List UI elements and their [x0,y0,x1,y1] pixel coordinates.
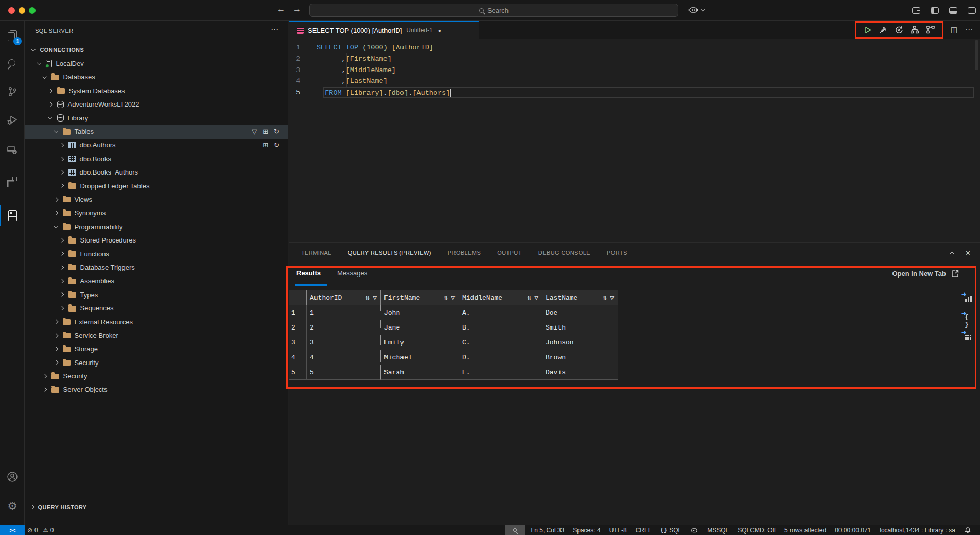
grid-cell[interactable]: 5 [307,365,381,380]
status-item-5-rows-affected[interactable]: 5 rows affected [782,525,829,535]
activity-remote-explorer-button[interactable] [0,139,25,162]
panel-tab-problems[interactable]: PROBLEMS [448,243,481,263]
panel-tab-debug-console[interactable]: DEBUG CONSOLE [538,243,590,263]
estimated-plan-button[interactable] [910,25,919,34]
change-connection-button[interactable] [894,25,903,34]
actual-plan-button[interactable] [926,25,935,34]
open-in-new-tab-button[interactable]: Open in New Tab [892,269,960,278]
status-item-0[interactable]: ⊘0 [25,525,41,535]
table-plus-icon[interactable]: ⊞ [262,128,268,135]
nav-forward-button[interactable]: → [293,5,301,14]
tree-item-security[interactable]: Security [25,356,288,369]
tree-item-server-objects[interactable]: Server Objects [25,383,288,396]
command-center-search[interactable]: Search [309,4,678,17]
toggle-secondary-sidebar-button[interactable] [968,7,976,14]
tree-item-types[interactable]: Types [25,288,288,301]
close-window-button[interactable] [8,7,15,14]
save-as-excel-button[interactable]: ➜ [964,331,973,340]
split-editor-button[interactable]: ◫ [951,25,958,34]
status-item-mssql[interactable]: MSSQL [705,525,731,535]
save-as-json-button[interactable]: ➜{ } [964,312,973,321]
sort-icon[interactable]: ⇅ [527,294,531,302]
grid-cell[interactable]: Doe [542,305,618,320]
grid-cell[interactable]: B. [459,320,542,335]
grid-cell[interactable]: John [381,305,459,320]
tree-item-synonyms[interactable]: Synonyms [25,206,288,220]
grid-cell[interactable]: 1 [307,305,381,320]
grid-cell[interactable]: Davis [542,365,618,380]
activity-search-button[interactable] [0,53,25,75]
table-edit-icon[interactable]: ⊞ [262,141,268,149]
status-item-sqlcmd-off[interactable]: SQLCMD: Off [735,525,778,535]
grid-row-number[interactable]: 1 [289,305,307,320]
tree-item-stored-procedures[interactable]: Stored Procedures [25,233,288,247]
grid-header-authorid[interactable]: AuthorID⇅▽ [307,290,381,305]
tree-item-adventureworkslt2022[interactable]: AdventureWorksLT2022 [25,98,288,111]
tree-item-security[interactable]: Security [25,369,288,383]
status-item-bell[interactable] [961,525,974,535]
sort-icon[interactable]: ⇅ [444,294,448,302]
remote-indicator[interactable]: >< [0,525,25,535]
query-history-section[interactable]: QUERY HISTORY [25,499,288,514]
panel-tab-ports[interactable]: PORTS [607,243,627,263]
filter-icon[interactable]: ▽ [534,294,538,302]
status-item-copilot[interactable] [688,525,701,535]
account-button[interactable] [0,465,25,488]
grid-cell[interactable]: Smith [542,320,618,335]
results-subtab-results[interactable]: Results [296,269,321,280]
status-item-localhost-1434-library-sa[interactable]: localhost,1434 : Library : sa [877,525,958,535]
filter-icon[interactable]: ▽ [373,294,377,302]
activity-run-debug-button[interactable] [0,109,25,131]
activity-sql-server-button[interactable] [0,204,25,227]
connect-icon[interactable] [879,26,887,34]
grid-cell[interactable]: Johnson [542,335,618,350]
tree-item-functions[interactable]: Functions [25,247,288,261]
grid-row-number[interactable]: 4 [289,350,307,365]
panel-tab-output[interactable]: OUTPUT [497,243,522,263]
activity-explorer-button[interactable]: 1 [0,25,25,47]
settings-button[interactable]: ⚙ [0,495,25,517]
copilot-menu[interactable] [688,4,704,15]
tree-item-database-triggers[interactable]: Database Triggers [25,261,288,274]
grid-header-lastname[interactable]: LastName⇅▽ [542,290,618,305]
grid-row-number[interactable]: 5 [289,365,307,380]
grid-cell[interactable]: 3 [307,335,381,350]
tree-item-programmability[interactable]: Programmability [25,220,288,233]
tree-item-tables[interactable]: Tables▽⊞↻ [25,125,288,138]
tree-item-dbo-authors[interactable]: dbo.Authors⊞↻ [25,139,288,152]
nav-back-button[interactable]: ← [277,5,285,14]
minimize-window-button[interactable] [19,7,25,14]
sort-icon[interactable]: ⇅ [365,294,370,302]
activity-extensions-button[interactable] [0,170,25,193]
status-item-crlf[interactable]: CRLF [633,525,654,535]
status-item-0[interactable]: ⚠0 [41,525,57,535]
status-item-utf-8[interactable]: UTF-8 [607,525,629,535]
filter-icon[interactable]: ▽ [451,294,455,302]
maximize-panel-button[interactable] [950,251,955,256]
grid-cell[interactable]: E. [459,365,542,380]
status-item-zoom[interactable] [505,525,525,535]
customize-layout-button[interactable] [912,7,920,14]
status-item-00-00-00-071[interactable]: 00:00:00.071 [832,525,873,535]
grid-cell[interactable]: 2 [307,320,381,335]
editor-tab[interactable]: SELECT TOP (1000) [AuthorID] Untitled-1 … [289,21,479,39]
tree-item-storage[interactable]: Storage [25,342,288,356]
grid-cell[interactable]: Sarah [381,365,459,380]
tree-item-library[interactable]: Library [25,111,288,125]
toggle-primary-sidebar-button[interactable] [931,7,939,14]
zoom-window-button[interactable] [29,7,36,14]
grid-cell[interactable]: A. [459,305,542,320]
editor-scrollbar[interactable] [975,40,978,70]
grid-cell[interactable]: Emily [381,335,459,350]
tree-item-localdev[interactable]: LocalDev [25,57,288,70]
tree-item-views[interactable]: Views [25,193,288,206]
filter-icon[interactable]: ▽ [610,294,614,302]
tree-item-dbo-books[interactable]: dbo.Books [25,152,288,165]
results-subtab-messages[interactable]: Messages [337,269,367,280]
editor-more-actions-button[interactable]: ⋯ [965,25,973,34]
grid-cell[interactable]: Michael [381,350,459,365]
status-item-sql[interactable]: {}SQL [658,525,684,535]
editor-code-area[interactable]: 1SELECT TOP (1000) [AuthorID]2 ,[FirstNa… [289,42,980,98]
tree-item-system-databases[interactable]: System Databases [25,84,288,97]
sort-icon[interactable]: ⇅ [603,294,607,302]
